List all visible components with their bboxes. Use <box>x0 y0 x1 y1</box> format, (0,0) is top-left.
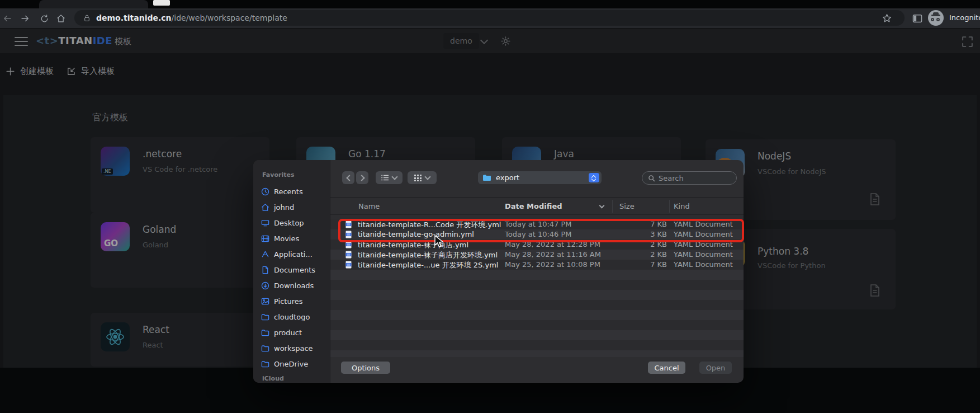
file-row[interactable]: titanide-template-...ue 开发环境 2S.yml May … <box>330 260 744 270</box>
folder-icon <box>261 313 269 321</box>
column-header-size[interactable]: Size <box>619 198 635 215</box>
icloud-section-label: iCloud <box>262 375 284 382</box>
download-icon <box>261 281 269 290</box>
yaml-file-icon <box>345 251 352 259</box>
home-icon <box>261 203 269 212</box>
folder-icon <box>261 360 269 368</box>
file-open-dialog: Favorites Recents johnd Desktop Movies A… <box>253 160 744 383</box>
folder-icon <box>261 345 269 352</box>
cursor-pointer <box>434 235 445 248</box>
url-bar[interactable]: demo.titanide.cn/ide/web/workspace/templ… <box>74 10 905 26</box>
selection-highlight-box <box>338 219 744 242</box>
sidebar-item-onedrive[interactable]: OneDrive <box>261 358 328 369</box>
file-row[interactable]: titanide-template-袜子商店开发环境.yml May 28, 2… <box>330 250 744 260</box>
back-icon[interactable] <box>1 12 13 25</box>
lock-icon <box>83 14 91 22</box>
incognito-label: Incognito <box>949 13 980 22</box>
document-icon <box>261 266 269 274</box>
column-divider[interactable] <box>612 200 613 213</box>
clock-icon <box>261 187 269 196</box>
browser-tab-strip <box>0 0 980 8</box>
search-placeholder: Search <box>659 174 684 182</box>
forward-icon[interactable] <box>19 12 31 25</box>
column-header-date[interactable]: Date Modified <box>505 198 562 215</box>
list-header: Name Date Modified Size Kind <box>330 198 744 215</box>
sidebar-item-pictures[interactable]: Pictures <box>261 295 328 307</box>
search-input[interactable]: Search <box>642 171 737 185</box>
browser-toolbar: demo.titanide.cn/ide/web/workspace/templ… <box>0 8 980 28</box>
sidebar-item-desktop[interactable]: Desktop <box>261 217 328 228</box>
tab-favicon <box>153 0 170 6</box>
grid-view-icon <box>414 175 422 181</box>
url-path: /ide/web/workspace/template <box>172 13 287 22</box>
appstore-icon <box>261 250 269 259</box>
yaml-file-icon <box>345 261 352 269</box>
sidebar-item-cloudtogo[interactable]: cloudtogo <box>261 311 328 322</box>
column-header-name[interactable]: Name <box>358 198 380 215</box>
column-divider[interactable] <box>669 200 670 213</box>
list-view-icon <box>381 175 389 181</box>
group-view-button[interactable] <box>408 171 437 184</box>
side-panel-icon[interactable] <box>911 12 924 25</box>
film-icon <box>261 234 269 243</box>
screen: demo.titanide.cn/ide/web/workspace/templ… <box>0 0 980 413</box>
sort-chevron-icon[interactable] <box>599 203 605 209</box>
empty-rows <box>330 270 744 357</box>
bookmark-star-icon[interactable] <box>882 13 892 24</box>
search-icon <box>648 175 655 182</box>
folder-small-icon <box>482 174 491 181</box>
dialog-sidebar: Favorites Recents johnd Desktop Movies A… <box>253 160 330 383</box>
browser-tab[interactable] <box>39 0 148 8</box>
sidebar-item-workspace[interactable]: workspace <box>261 342 328 354</box>
sidebar-item-applications[interactable]: Applicati... <box>261 248 328 260</box>
sidebar-item-recents[interactable]: Recents <box>261 186 328 197</box>
sidebar-item-documents[interactable]: Documents <box>261 264 328 275</box>
stepper-icon[interactable] <box>589 173 599 182</box>
sidebar-item-movies[interactable]: Movies <box>261 233 328 244</box>
folder-dropdown[interactable]: export <box>478 171 602 184</box>
options-button[interactable]: Options <box>341 362 390 374</box>
open-button[interactable]: Open <box>699 362 732 374</box>
favorites-section-label: Favorites <box>262 171 294 179</box>
home-icon[interactable] <box>55 12 67 25</box>
folder-icon <box>261 329 269 336</box>
dialog-forward-button[interactable] <box>356 171 368 184</box>
dialog-back-button[interactable] <box>342 171 354 184</box>
pictures-icon <box>261 297 269 306</box>
reload-icon[interactable] <box>38 12 50 25</box>
desktop-icon <box>261 219 269 227</box>
current-folder-label: export <box>496 173 589 182</box>
list-view-button[interactable] <box>376 171 403 184</box>
sidebar-item-johnd[interactable]: johnd <box>261 201 328 213</box>
sidebar-item-product[interactable]: product <box>261 327 328 338</box>
cancel-button[interactable]: Cancel <box>648 362 685 374</box>
sidebar-item-downloads[interactable]: Downloads <box>261 280 328 291</box>
incognito-icon[interactable] <box>928 10 944 26</box>
url-domain: demo.titanide.cn <box>96 13 172 22</box>
column-header-kind[interactable]: Kind <box>674 198 690 215</box>
